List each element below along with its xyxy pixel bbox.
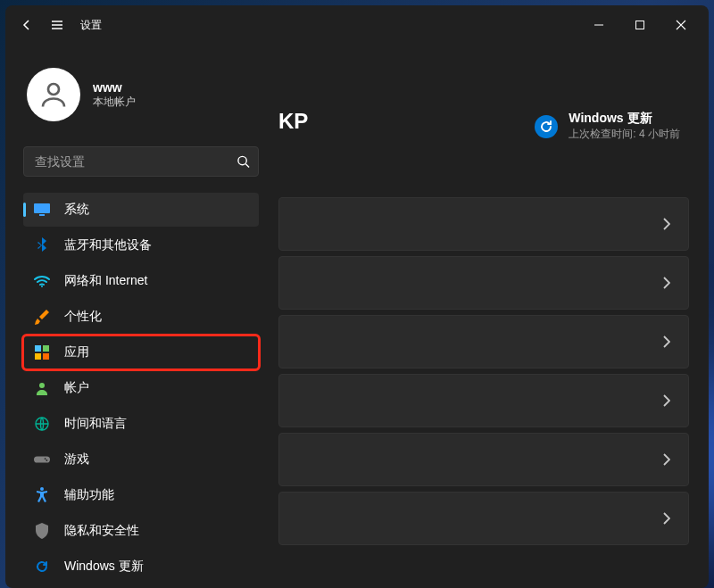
windows-update-card[interactable]: Windows 更新 上次检查时间: 4 小时前 [535,109,689,144]
update-subtitle: 上次检查时间: 4 小时前 [569,127,680,142]
settings-window: 设置 www 本地帐户 [5,5,709,588]
settings-card[interactable] [278,433,689,486]
sidebar-item-label: 个性化 [64,309,102,325]
svg-point-10 [39,383,45,388]
wifi-icon [34,273,50,289]
sidebar-item-accounts[interactable]: 帐户 [23,371,259,405]
sidebar-item-label: 辅助功能 [64,487,114,503]
sidebar-item-label: 蓝牙和其他设备 [64,237,152,253]
sidebar: www 本地帐户 系统蓝牙和其他设备网络和 Internet个性化应用帐户时间和… [5,45,273,588]
person-icon [34,380,50,396]
svg-rect-9 [43,353,49,360]
svg-rect-12 [34,456,50,462]
gamepad-icon [34,451,50,468]
sidebar-item-accessibility[interactable]: 辅助功能 [23,478,259,512]
avatar [27,68,80,121]
brush-icon [34,309,50,325]
sidebar-item-label: 游戏 [64,451,89,468]
sidebar-item-time[interactable]: 时间和语言 [23,407,259,441]
monitor-icon [34,202,50,218]
main: KP Windows 更新 上次检查时间: 4 小时前 [273,45,709,588]
svg-rect-7 [43,345,49,352]
page-title: KP [278,109,308,134]
sidebar-item-system[interactable]: 系统 [23,193,259,227]
settings-card[interactable] [278,374,689,427]
settings-card[interactable] [278,197,689,251]
sidebar-item-gaming[interactable]: 游戏 [23,443,259,476]
chevron-right-icon [663,277,670,289]
svg-rect-3 [34,203,50,213]
apps-icon [34,344,50,360]
svg-rect-4 [39,214,45,216]
app-title: 设置 [80,18,102,33]
refresh-icon [34,559,50,575]
chevron-right-icon [663,218,670,230]
hamburger-icon[interactable] [50,18,64,32]
settings-card[interactable] [278,492,689,545]
svg-point-1 [48,84,59,95]
minimize-button[interactable] [578,11,619,39]
refresh-icon [535,115,558,138]
settings-card[interactable] [278,256,689,310]
profile[interactable]: www 本地帐户 [23,55,259,143]
settings-card[interactable] [278,315,689,369]
sidebar-nav: 系统蓝牙和其他设备网络和 Internet个性化应用帐户时间和语言游戏辅助功能隐… [23,193,259,584]
chevron-right-icon [663,335,670,348]
sidebar-item-bluetooth[interactable]: 蓝牙和其他设备 [23,228,259,262]
chevron-right-icon [663,394,670,407]
svg-point-13 [45,458,46,460]
shield-icon [34,523,50,539]
cards-list [273,197,689,545]
svg-rect-6 [35,345,41,352]
sidebar-item-label: 网络和 Internet [64,273,147,289]
profile-subtitle: 本地帐户 [93,95,136,110]
chevron-right-icon [663,512,670,525]
sidebar-item-label: Windows 更新 [64,559,144,575]
svg-point-15 [40,487,44,491]
accessibility-icon [34,487,50,503]
sidebar-item-label: 时间和语言 [64,416,127,432]
maximize-button[interactable] [619,11,660,39]
sidebar-item-label: 隐私和安全性 [64,523,139,539]
sidebar-item-personal[interactable]: 个性化 [23,300,259,334]
sidebar-item-privacy[interactable]: 隐私和安全性 [23,514,259,548]
update-title: Windows 更新 [569,111,680,127]
sidebar-item-label: 帐户 [64,380,89,396]
sidebar-item-apps[interactable]: 应用 [23,335,259,369]
search-icon[interactable] [237,155,250,169]
search [23,146,259,177]
sidebar-item-label: 应用 [64,344,89,360]
sidebar-item-update[interactable]: Windows 更新 [23,550,259,584]
svg-point-14 [46,460,48,461]
search-input[interactable] [23,146,259,177]
svg-rect-8 [35,353,41,360]
sidebar-item-label: 系统 [64,202,89,218]
svg-rect-0 [636,21,644,29]
back-icon[interactable] [20,18,34,32]
bluetooth-icon [34,237,50,253]
chevron-right-icon [663,453,670,466]
profile-name: www [93,80,136,95]
globe-icon [34,416,50,432]
close-button[interactable] [660,11,702,39]
titlebar: 设置 [5,5,709,45]
sidebar-item-network[interactable]: 网络和 Internet [23,264,259,298]
svg-point-2 [238,156,246,164]
svg-point-5 [41,286,43,287]
